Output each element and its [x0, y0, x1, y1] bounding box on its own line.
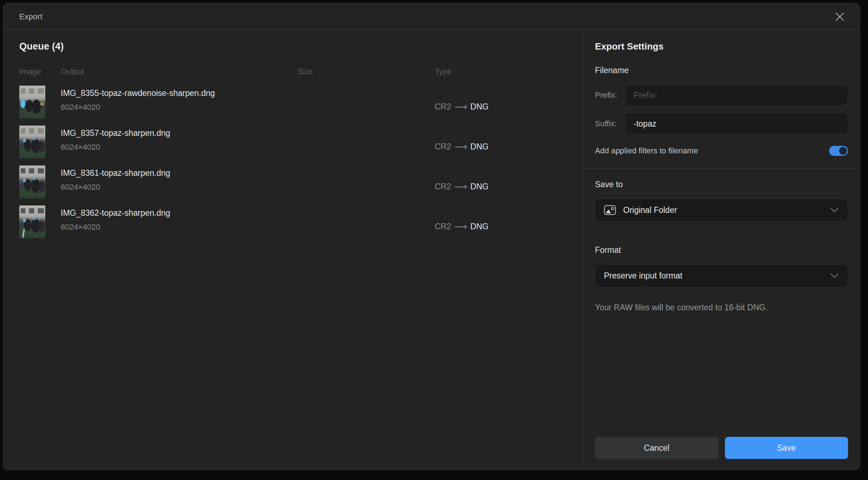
save-to-label: Save to — [595, 180, 848, 189]
prefix-input[interactable] — [625, 85, 848, 106]
conversion-type: CR2 ⟶ DNG — [435, 142, 489, 152]
row-output-info: IMG_8357-topaz-sharpen.dng 6024×4020 — [61, 126, 170, 158]
source-format: CR2 — [435, 142, 451, 152]
prefix-field-row: Prefix: — [595, 85, 848, 106]
arrow-right-icon: ⟶ — [451, 222, 470, 231]
chevron-down-icon — [830, 273, 839, 279]
filename-section-label: Filename — [595, 66, 848, 75]
output-filename: IMG_8362-topaz-sharpen.dng — [61, 208, 170, 218]
image-dimensions: 6024×4020 — [61, 143, 170, 152]
divider — [583, 234, 860, 234]
target-format: DNG — [470, 102, 489, 112]
queue-row: IMG_8361-topaz-sharpen.dng 6024×4020 CR2… — [19, 165, 582, 198]
export-dialog: Export Queue (4) Image Output Size Type — [3, 3, 860, 470]
column-header-output: Output — [61, 67, 84, 76]
target-format: DNG — [470, 142, 489, 152]
format-label: Format — [595, 245, 848, 255]
column-header-type: Type — [435, 67, 452, 76]
output-filename: IMG_8357-topaz-sharpen.dng — [61, 128, 170, 138]
column-header-size: Size — [298, 67, 313, 76]
suffix-input[interactable] — [625, 113, 848, 134]
image-thumbnail — [19, 165, 45, 198]
image-thumbnail — [19, 126, 45, 158]
row-output-info: IMG_8362-topaz-sharpen.dng 6024×4020 — [61, 205, 170, 238]
output-filename: IMG_8355-topaz-rawdenoise-sharpen.dng — [61, 88, 215, 98]
dialog-actions: Cancel Save — [595, 437, 848, 459]
spacer — [595, 313, 848, 437]
format-dropdown[interactable]: Preserve input format — [595, 264, 848, 287]
image-dimensions: 6024×4020 — [61, 183, 170, 192]
suffix-label: Suffix: — [595, 119, 625, 128]
queue-title-text: Queue — [19, 41, 49, 52]
suffix-field-row: Suffix: — [595, 113, 848, 134]
queue-row: IMG_8357-topaz-sharpen.dng 6024×4020 CR2… — [19, 126, 582, 158]
target-format: DNG — [470, 222, 489, 231]
save-to-dropdown[interactable]: Original Folder — [595, 199, 848, 221]
prefix-label: Prefix: — [595, 91, 625, 100]
image-dimensions: 6024×4020 — [61, 223, 170, 232]
queue-count: (4) — [52, 41, 64, 52]
arrow-right-icon: ⟶ — [451, 182, 470, 191]
format-note: Your RAW files will be converted to 16-b… — [595, 302, 848, 313]
format-value: Preserve input format — [604, 271, 682, 281]
conversion-type: CR2 ⟶ DNG — [435, 222, 489, 231]
image-thumbnail — [19, 205, 45, 238]
queue-title: Queue (4) — [19, 41, 582, 52]
divider — [583, 168, 860, 168]
close-button[interactable] — [832, 9, 848, 25]
filters-toggle[interactable] — [829, 146, 848, 156]
queue-row: IMG_8362-topaz-sharpen.dng 6024×4020 CR2… — [19, 205, 582, 238]
queue-section: Queue (4) Image Output Size Type IMG_835… — [3, 30, 582, 470]
conversion-type: CR2 ⟶ DNG — [435, 182, 489, 192]
save-button[interactable]: Save — [725, 437, 848, 459]
cancel-button[interactable]: Cancel — [595, 437, 718, 459]
target-format: DNG — [470, 182, 489, 192]
queue-column-headers: Image Output Size Type — [19, 67, 582, 76]
source-format: CR2 — [435, 182, 451, 192]
filters-toggle-row: Add applied filters to filename — [595, 146, 848, 156]
export-settings-panel: Export Settings Filename Prefix: Suffix:… — [582, 30, 860, 470]
output-filename: IMG_8361-topaz-sharpen.dng — [61, 168, 170, 178]
arrow-right-icon: ⟶ — [451, 142, 470, 151]
source-format: CR2 — [435, 102, 451, 112]
chevron-down-icon — [830, 207, 839, 213]
conversion-type: CR2 ⟶ DNG — [435, 102, 489, 112]
row-output-info: IMG_8361-topaz-sharpen.dng 6024×4020 — [61, 165, 170, 198]
queue-rows: IMG_8355-topaz-rawdenoise-sharpen.dng 60… — [19, 86, 582, 238]
column-header-image: Image — [19, 67, 41, 76]
dialog-title: Export — [19, 12, 42, 21]
settings-title: Export Settings — [595, 41, 848, 52]
row-output-info: IMG_8355-topaz-rawdenoise-sharpen.dng 60… — [61, 86, 215, 118]
source-format: CR2 — [435, 222, 451, 231]
image-dimensions: 6024×4020 — [61, 103, 215, 112]
toggle-knob — [839, 147, 847, 155]
queue-row: IMG_8355-topaz-rawdenoise-sharpen.dng 60… — [19, 86, 582, 118]
close-icon — [834, 11, 845, 22]
image-folder-icon — [604, 205, 616, 215]
filters-toggle-label: Add applied filters to filename — [595, 146, 698, 155]
dialog-header: Export — [3, 3, 860, 30]
image-thumbnail — [19, 86, 45, 118]
dialog-body: Queue (4) Image Output Size Type IMG_835… — [3, 30, 860, 470]
arrow-right-icon: ⟶ — [451, 102, 470, 111]
save-to-value: Original Folder — [623, 205, 677, 215]
